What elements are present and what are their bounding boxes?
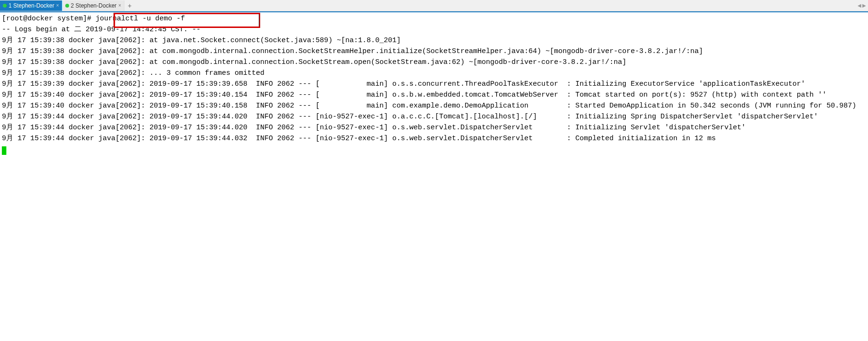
terminal-panel[interactable]: [root@docker system]# journalctl -u demo…: [0, 11, 868, 156]
log-line: -- Logs begin at 二 2019-09-17 14:42:45 C…: [2, 24, 866, 35]
log-line: 9月 17 15:39:38 docker java[2062]: at jav…: [2, 35, 866, 46]
log-line: 9月 17 15:39:40 docker java[2062]: 2019-0…: [2, 90, 866, 100]
status-dot-icon: [3, 4, 7, 8]
shell-command: journalctl -u demo -f: [96, 15, 185, 23]
prompt-line: [root@docker system]# journalctl -u demo…: [2, 13, 866, 24]
session-tab-2[interactable]: 2 Stephen-Docker×: [62, 0, 125, 11]
tab-bar: 1 Stephen-Docker×2 Stephen-Docker× + ◀ ▶: [0, 0, 868, 11]
tab-nav-arrows[interactable]: ◀ ▶: [858, 3, 866, 8]
session-tab-1[interactable]: 1 Stephen-Docker×: [0, 0, 62, 11]
log-line: 9月 17 15:39:44 docker java[2062]: 2019-0…: [2, 133, 866, 144]
tab-label: 1 Stephen-Docker: [9, 2, 54, 9]
log-line: 9月 17 15:39:44 docker java[2062]: 2019-0…: [2, 111, 866, 122]
status-dot-icon: [65, 4, 69, 8]
close-icon[interactable]: ×: [118, 3, 121, 8]
cursor-line[interactable]: [2, 144, 866, 155]
log-line: 9月 17 15:39:38 docker java[2062]: ... 3 …: [2, 68, 866, 79]
log-line: 9月 17 15:39:38 docker java[2062]: at com…: [2, 57, 866, 68]
tab-label: 2 Stephen-Docker: [71, 2, 117, 9]
log-line: 9月 17 15:39:39 docker java[2062]: 2019-0…: [2, 79, 866, 90]
close-icon[interactable]: ×: [56, 3, 59, 8]
shell-prompt: [root@docker system]#: [2, 15, 96, 23]
log-line: 9月 17 15:39:38 docker java[2062]: at com…: [2, 46, 866, 57]
tab-nav-right-icon[interactable]: ▶: [862, 3, 866, 8]
log-line: 9月 17 15:39:44 docker java[2062]: 2019-0…: [2, 122, 866, 133]
log-line: 9月 17 15:39:40 docker java[2062]: 2019-0…: [2, 100, 866, 111]
tab-nav-left-icon[interactable]: ◀: [858, 3, 861, 8]
terminal-output[interactable]: [root@docker system]# journalctl -u demo…: [0, 12, 868, 156]
terminal-cursor: [2, 146, 6, 155]
new-tab-button[interactable]: +: [124, 2, 135, 9]
